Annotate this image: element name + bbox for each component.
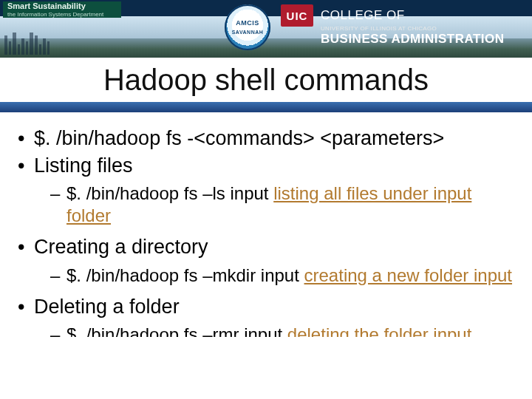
bullet-usage: $. /bin/hadoop fs -<commands> <parameter… — [16, 126, 516, 151]
sub-creating-cmd: $. /bin/hadoop fs –mkdir input — [66, 265, 304, 285]
uic-subtitle: UNIVERSITY OF ILLINOIS AT CHICAGO — [321, 25, 525, 32]
title-underline-bar — [0, 102, 532, 112]
banner-skyline — [4, 33, 50, 55]
sub-deleting-cmd: $. /bin/hadoop fs –rmr input — [66, 324, 287, 337]
sub-deleting-desc: deleting the folder input — [287, 324, 472, 337]
bullet-listing: Listing files $. /bin/hadoop fs –ls inpu… — [16, 153, 516, 228]
uic-college-of: COLLEGE OF — [321, 8, 405, 23]
slide-root: Smart Sustainability the Information Sys… — [0, 0, 532, 399]
badge-title: Smart Sustainability — [7, 2, 117, 10]
slide-title: Hadoop shell commands — [0, 64, 532, 97]
uic-logo-block: UIC COLLEGE OF UNIVERSITY OF ILLINOIS AT… — [281, 4, 525, 47]
uic-business-admin: BUSINESS ADMINISTRATION — [321, 32, 525, 47]
header-banner: Smart Sustainability the Information Sys… — [0, 0, 532, 58]
bullet-creating-text: Creating a directory — [34, 236, 208, 258]
sub-listing-cmd: $. /bin/hadoop fs –ls input — [66, 183, 273, 203]
sub-listing: $. /bin/hadoop fs –ls input listing all … — [34, 183, 516, 227]
title-area: Hadoop shell commands — [0, 58, 532, 112]
amcis-logo-top: AMCIS — [225, 19, 270, 27]
bullet-listing-text: Listing files — [34, 154, 133, 177]
badge-subtitle: the Information Systems Department — [7, 10, 117, 18]
sub-creating: $. /bin/hadoop fs –mkdir input creating … — [34, 265, 516, 287]
amcis-logo: AMCIS SAVANNAH — [225, 4, 270, 50]
uic-mark: UIC — [281, 4, 313, 27]
sustainability-badge: Smart Sustainability the Information Sys… — [3, 1, 121, 18]
bullet-deleting-text: Deleting a folder — [34, 296, 180, 318]
bullet-deleting: Deleting a folder $. /bin/hadoop fs –rmr… — [16, 294, 516, 338]
slide-body: $. /bin/hadoop fs -<commands> <parameter… — [0, 112, 532, 337]
sub-creating-desc: creating a new folder input — [304, 265, 513, 285]
sub-deleting: $. /bin/hadoop fs –rmr input deleting th… — [34, 324, 516, 337]
amcis-logo-bottom: SAVANNAH — [225, 30, 270, 35]
bullet-creating: Creating a directory $. /bin/hadoop fs –… — [16, 234, 516, 287]
bullet-usage-text: $. /bin/hadoop fs -<commands> <parameter… — [34, 127, 444, 149]
